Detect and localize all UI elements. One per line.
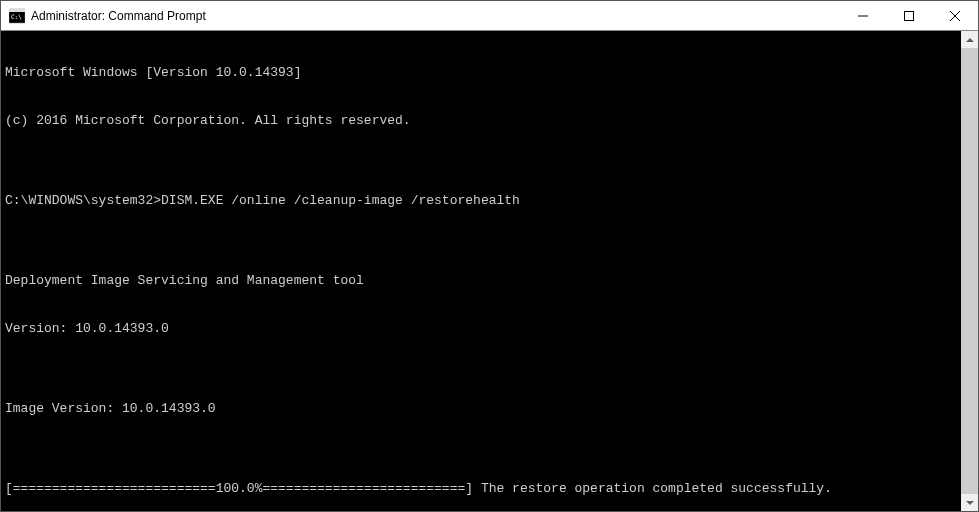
minimize-button[interactable] <box>840 1 886 30</box>
close-button[interactable] <box>932 1 978 30</box>
cmd-icon: C:\ <box>9 8 25 24</box>
terminal-line: C:\WINDOWS\system32>DISM.EXE /online /cl… <box>5 193 974 209</box>
terminal-line: (c) 2016 Microsoft Corporation. All righ… <box>5 113 974 129</box>
terminal-line: [==========================100.0%=======… <box>5 481 974 497</box>
terminal-line: Version: 10.0.14393.0 <box>5 321 974 337</box>
terminal-line: Image Version: 10.0.14393.0 <box>5 401 974 417</box>
terminal-output[interactable]: Microsoft Windows [Version 10.0.14393] (… <box>1 31 978 511</box>
svg-marker-8 <box>966 501 974 505</box>
window-controls <box>840 1 978 30</box>
svg-marker-7 <box>966 38 974 42</box>
terminal-line: Microsoft Windows [Version 10.0.14393] <box>5 65 974 81</box>
svg-rect-1 <box>9 9 25 12</box>
titlebar[interactable]: C:\ Administrator: Command Prompt <box>1 1 978 31</box>
scroll-thumb[interactable] <box>961 48 978 494</box>
svg-rect-4 <box>905 11 914 20</box>
window-title: Administrator: Command Prompt <box>31 9 840 23</box>
vertical-scrollbar[interactable] <box>961 31 978 511</box>
maximize-button[interactable] <box>886 1 932 30</box>
scroll-down-button[interactable] <box>961 494 978 511</box>
svg-text:C:\: C:\ <box>11 13 22 20</box>
scroll-up-button[interactable] <box>961 31 978 48</box>
scroll-track[interactable] <box>961 48 978 494</box>
terminal-line: Deployment Image Servicing and Managemen… <box>5 273 974 289</box>
